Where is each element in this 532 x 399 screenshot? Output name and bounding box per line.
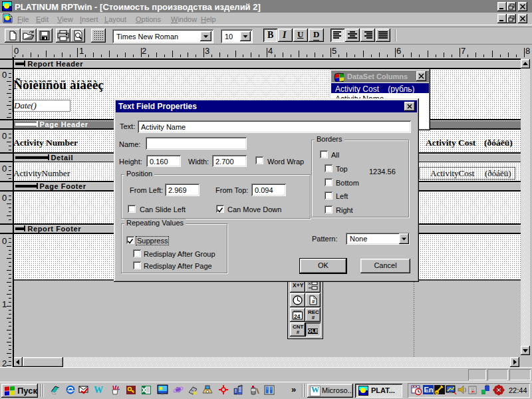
svg-text:W: W bbox=[94, 385, 103, 395]
svg-text:#: # bbox=[312, 299, 315, 305]
svg-text:24: 24 bbox=[294, 313, 301, 320]
svg-text:En: En bbox=[424, 386, 434, 394]
